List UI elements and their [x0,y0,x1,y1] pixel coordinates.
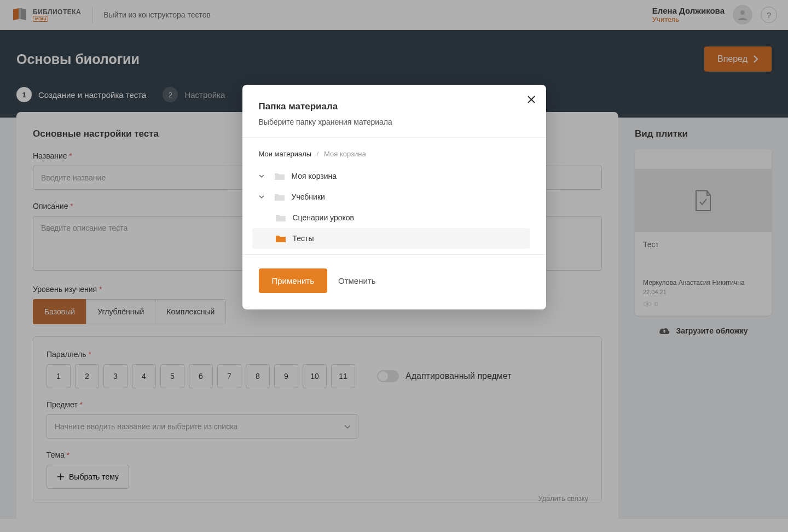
modal-overlay[interactable]: Папка материала Выберите папку хранения … [0,0,788,532]
folder-modal: Папка материала Выберите папку хранения … [242,85,546,309]
cancel-button[interactable]: Отменить [338,276,376,285]
folder-row-tests[interactable]: Тесты [252,228,530,249]
folder-label: Моя корзина [292,172,337,180]
modal-title: Папка материала [259,101,530,112]
apply-button[interactable]: Применить [259,268,328,293]
close-icon [526,95,536,104]
folder-icon [275,234,286,243]
breadcrumb-root[interactable]: Мои материалы [259,150,312,158]
close-button[interactable] [526,95,536,107]
folder-label: Сценарии уроков [293,213,355,222]
folder-row-my-basket[interactable]: Моя корзина [252,166,530,186]
modal-subtitle: Выберите папку хранения материала [259,118,530,126]
breadcrumb-sep: / [317,150,319,158]
folder-icon [275,213,286,222]
chevron-down-icon [259,193,268,201]
folder-label: Тесты [293,234,314,243]
folder-row-lesson-scenarios[interactable]: Сценарии уроков [252,207,530,228]
chevron-down-icon [259,172,268,180]
breadcrumb: Мои материалы / Моя корзина [259,150,530,158]
folder-icon [274,172,285,180]
folder-row-textbooks[interactable]: Учебники [252,186,530,207]
folder-label: Учебники [292,192,325,201]
folder-icon [274,192,285,201]
breadcrumb-current: Моя корзина [324,150,366,158]
